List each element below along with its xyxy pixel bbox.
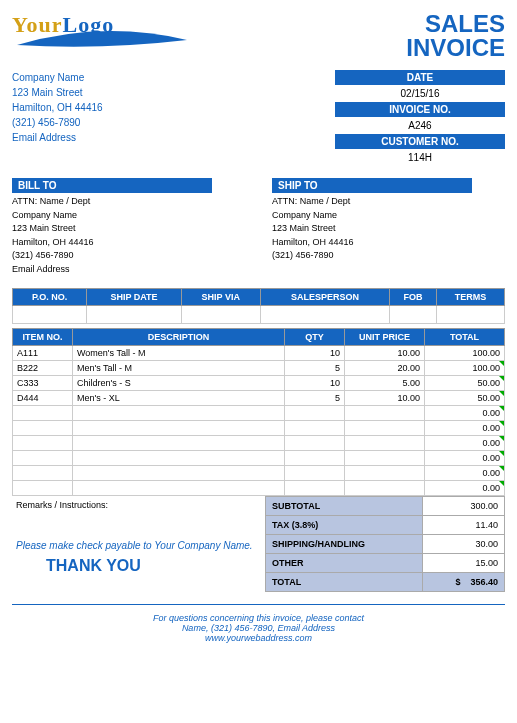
subtotal-value: 300.00: [422, 497, 504, 516]
item-desc: Men's Tall - M: [73, 361, 285, 376]
item-no: A111: [13, 346, 73, 361]
customer-no-value: 114H: [335, 149, 505, 166]
shipto-name: Company Name: [272, 209, 472, 223]
item-row: A111 Women's Tall - M 10 10.00 100.00: [13, 346, 505, 361]
item-price: 10.00: [345, 391, 425, 406]
ship-to-block: SHIP TO ATTN: Name / Dept Company Name 1…: [272, 178, 472, 278]
items-table: ITEM NO. DESCRIPTION QTY UNIT PRICE TOTA…: [12, 328, 505, 496]
item-total: 0.00: [425, 466, 505, 481]
subtotal-label: SUBTOTAL: [266, 497, 423, 516]
item-total: 0.00: [425, 481, 505, 496]
item-row-empty: 0.00: [13, 436, 505, 451]
salesperson-header: SALESPERSON: [260, 289, 389, 306]
item-price: 10.00: [345, 346, 425, 361]
company-phone: (321) 456-7890: [12, 115, 103, 130]
company-street: 123 Main Street: [12, 85, 103, 100]
bill-to-block: BILL TO ATTN: Name / Dept Company Name 1…: [12, 178, 212, 278]
item-total: 0.00: [425, 451, 505, 466]
thank-you: THANK YOU: [16, 557, 261, 575]
shipdate-header: SHIP DATE: [87, 289, 181, 306]
billto-email: Email Address: [12, 263, 212, 277]
date-label: DATE: [335, 70, 505, 85]
item-row: C333 Children's - S 10 5.00 50.00: [13, 376, 505, 391]
totals-box: SUBTOTAL300.00 TAX (3.8%)11.40 SHIPPING/…: [265, 496, 505, 592]
detail-row: [13, 306, 505, 324]
company-citystate: Hamilton, OH 44416: [12, 100, 103, 115]
customer-no-label: CUSTOMER NO.: [335, 134, 505, 149]
item-qty: 10: [285, 346, 345, 361]
item-price: 20.00: [345, 361, 425, 376]
swoosh-icon: [12, 30, 192, 60]
shipto-street: 123 Main Street: [272, 222, 472, 236]
company-info: Company Name 123 Main Street Hamilton, O…: [12, 70, 103, 166]
item-row-empty: 0.00: [13, 421, 505, 436]
footer-line2: Name, (321) 456-7890, Email Address: [12, 623, 505, 633]
item-desc: Women's Tall - M: [73, 346, 285, 361]
item-row: D444 Men's - XL 5 10.00 50.00: [13, 391, 505, 406]
fob-header: FOB: [390, 289, 437, 306]
po-header: P.O. NO.: [13, 289, 87, 306]
item-total: 0.00: [425, 421, 505, 436]
item-total: 0.00: [425, 406, 505, 421]
item-desc: Children's - S: [73, 376, 285, 391]
item-row-empty: 0.00: [13, 451, 505, 466]
item-total: 0.00: [425, 436, 505, 451]
shipping-value: 30.00: [422, 535, 504, 554]
item-desc: Men's - XL: [73, 391, 285, 406]
detail-table: P.O. NO. SHIP DATE SHIP VIA SALESPERSON …: [12, 288, 505, 324]
item-no: C333: [13, 376, 73, 391]
footer: For questions concerning this invoice, p…: [12, 604, 505, 643]
shipto-attn: ATTN: Name / Dept: [272, 195, 472, 209]
item-qty: 5: [285, 391, 345, 406]
item-total: 100.00: [425, 346, 505, 361]
desc-header: DESCRIPTION: [73, 329, 285, 346]
billto-phone: (321) 456-7890: [12, 249, 212, 263]
ship-to-header: SHIP TO: [272, 178, 472, 193]
tax-label: TAX (3.8%): [266, 516, 423, 535]
payable-note: Please make check payable to Your Compan…: [16, 540, 261, 551]
bill-to-header: BILL TO: [12, 178, 212, 193]
company-email: Email Address: [12, 130, 103, 145]
grand-total-value: $ 356.40: [422, 573, 504, 592]
other-value: 15.00: [422, 554, 504, 573]
item-row-empty: 0.00: [13, 406, 505, 421]
itemno-header: ITEM NO.: [13, 329, 73, 346]
billto-name: Company Name: [12, 209, 212, 223]
terms-header: TERMS: [437, 289, 505, 306]
shipping-label: SHIPPING/HANDLING: [266, 535, 423, 554]
meta-box: DATE 02/15/16 INVOICE NO. A246 CUSTOMER …: [335, 70, 505, 166]
item-price: 5.00: [345, 376, 425, 391]
item-row: B222 Men's Tall - M 5 20.00 100.00: [13, 361, 505, 376]
shipto-phone: (321) 456-7890: [272, 249, 472, 263]
item-total: 50.00: [425, 376, 505, 391]
unitprice-header: UNIT PRICE: [345, 329, 425, 346]
logo-area: YourLogo: [12, 12, 212, 62]
item-qty: 5: [285, 361, 345, 376]
invoice-no-value: A246: [335, 117, 505, 134]
remarks-label: Remarks / Instructions:: [16, 500, 261, 510]
date-value: 02/15/16: [335, 85, 505, 102]
item-row-empty: 0.00: [13, 481, 505, 496]
qty-header: QTY: [285, 329, 345, 346]
billto-street: 123 Main Street: [12, 222, 212, 236]
shipvia-header: SHIP VIA: [181, 289, 260, 306]
item-total: 50.00: [425, 391, 505, 406]
other-label: OTHER: [266, 554, 423, 573]
footer-url[interactable]: www.yourwebaddress.com: [205, 633, 312, 643]
shipto-citystate: Hamilton, OH 44416: [272, 236, 472, 250]
total-header: TOTAL: [425, 329, 505, 346]
invoice-title: SALES INVOICE: [406, 12, 505, 60]
footer-line1: For questions concerning this invoice, p…: [12, 613, 505, 623]
item-row-empty: 0.00: [13, 466, 505, 481]
item-qty: 10: [285, 376, 345, 391]
company-name: Company Name: [12, 70, 103, 85]
item-no: B222: [13, 361, 73, 376]
billto-citystate: Hamilton, OH 44416: [12, 236, 212, 250]
item-total: 100.00: [425, 361, 505, 376]
item-no: D444: [13, 391, 73, 406]
billto-attn: ATTN: Name / Dept: [12, 195, 212, 209]
tax-value: 11.40: [422, 516, 504, 535]
invoice-no-label: INVOICE NO.: [335, 102, 505, 117]
grand-total-label: TOTAL: [266, 573, 423, 592]
